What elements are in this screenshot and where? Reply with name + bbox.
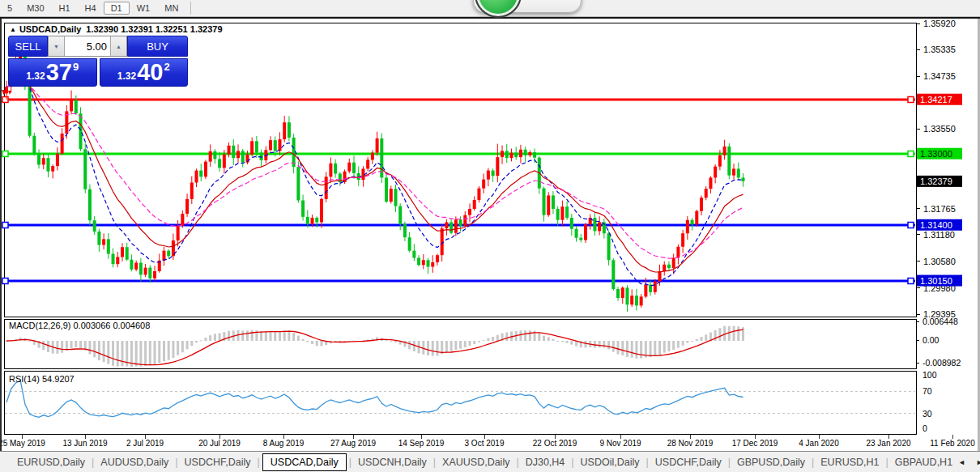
candle-body-up xyxy=(473,200,476,209)
tab-scroll-right-icon[interactable]: ► xyxy=(976,458,980,466)
chart-tab-usdchf-daily[interactable]: USDCHF,Daily xyxy=(650,453,727,471)
candle-body-up xyxy=(686,220,689,234)
candle-body-up xyxy=(144,268,147,275)
timeframe-button-w1[interactable]: W1 xyxy=(130,2,158,15)
candle-body-down xyxy=(398,206,402,224)
candle-body-up xyxy=(177,226,180,240)
chart-tab-usdchf-daily[interactable]: USDCHF,Daily xyxy=(179,453,257,471)
chart-tab-gbpusd-daily[interactable]: GBPUSD,Daily xyxy=(731,453,811,471)
chart-tab-gbpaud-h1[interactable]: GBPAUD,H1 xyxy=(889,453,958,471)
candle-body-down xyxy=(306,217,309,224)
chart-tab-usdcnh-daily[interactable]: USDCNH,Daily xyxy=(352,453,432,471)
chart-tab-eurusd-h1[interactable]: EURUSD,H1 xyxy=(815,453,884,471)
candle-body-up xyxy=(121,247,124,257)
candle-body-down xyxy=(83,149,87,189)
candle-body-up xyxy=(441,228,444,255)
candle-body-up xyxy=(663,265,666,271)
candle-body-down xyxy=(524,150,527,155)
sell-price-main: 37 xyxy=(46,61,72,84)
rsi-panel xyxy=(4,371,916,434)
rsi-axis: 10070300 xyxy=(922,370,937,433)
candle-body-up xyxy=(547,195,550,215)
candle-body-up xyxy=(329,164,332,177)
candle-body-down xyxy=(492,171,495,176)
candle-body-up xyxy=(195,171,198,183)
candle-body-up xyxy=(477,189,480,200)
candle-body-down xyxy=(37,154,40,165)
candle-body-down xyxy=(408,237,411,251)
candle-body-up xyxy=(436,255,439,262)
rsi-axis-label: 100 xyxy=(922,370,937,380)
timeframe-button-m30[interactable]: M30 xyxy=(19,2,51,15)
volume-input[interactable] xyxy=(65,36,110,56)
candle-body-down xyxy=(88,189,92,221)
trading-platform-window: { "toolbar": { "buttons": ["5", "M30", "… xyxy=(0,0,980,472)
candle-body-down xyxy=(417,257,420,265)
candle-body-down xyxy=(28,87,32,136)
candle-body-up xyxy=(723,147,726,155)
rsi-axis-label: 30 xyxy=(922,409,932,419)
timeframe-button-h1[interactable]: H1 xyxy=(52,2,78,15)
candle-body-up xyxy=(732,168,735,175)
macd-axis-label: 0.006448 xyxy=(922,317,958,326)
volume-increase-icon[interactable]: ▲ xyxy=(110,36,126,56)
candle-body-up xyxy=(250,141,254,155)
price-axis-label: 1.30580 xyxy=(923,257,956,266)
tab-separator: | xyxy=(257,457,261,468)
symbol-tab-bar: EURUSD,Daily|AUDUSD,Daily|USDCHF,Daily|U… xyxy=(0,451,980,472)
candle-body-down xyxy=(255,141,258,152)
level-handle xyxy=(2,97,8,103)
chart-tab-eurusd-daily[interactable]: EURUSD,Daily xyxy=(11,453,91,471)
chart-tab-usdoil-daily[interactable]: USDOil,Daily xyxy=(575,453,646,471)
candle-body-up xyxy=(181,214,184,226)
candle-body-up xyxy=(134,263,138,270)
price-axis-label: 1.31765 xyxy=(923,204,956,214)
price-badge-label: 1.30150 xyxy=(920,276,952,286)
level-handle xyxy=(2,151,8,157)
candle-body-down xyxy=(79,113,83,149)
level-handle xyxy=(2,223,8,228)
ohlc-quote-line: 1.32390 1.32391 1.32251 1.32379 xyxy=(86,24,222,34)
buy-button[interactable]: BUY xyxy=(127,36,188,57)
tab-scroll-left-icon[interactable]: ◄ xyxy=(958,458,965,466)
candle-body-down xyxy=(213,151,216,159)
timeframe-button-h4[interactable]: H4 xyxy=(78,2,104,15)
one-click-trading-panel: SELL ▼ ▲ BUY 1.32 37 9 1.32 40 2 xyxy=(8,36,188,87)
buy-price-button[interactable]: 1.32 40 2 xyxy=(100,58,189,87)
timeframe-button-d1[interactable]: D1 xyxy=(104,2,130,15)
date-axis-label: 8 Aug 2019 xyxy=(263,439,305,448)
collapse-triangle-icon[interactable]: ▲ xyxy=(10,26,16,33)
candle-body-down xyxy=(274,140,277,151)
price-axis-label: 1.34735 xyxy=(923,71,956,81)
candle-body-down xyxy=(533,152,536,158)
price-axis-label: 1.33550 xyxy=(923,124,956,134)
candle-body-down xyxy=(667,265,671,268)
date-axis-label: 17 Dec 2019 xyxy=(732,439,778,448)
date-axis-label: 3 Oct 2019 xyxy=(465,439,505,448)
candle-body-down xyxy=(385,177,388,202)
candle-body-up xyxy=(468,209,471,215)
sell-price-prefix: 1.32 xyxy=(26,70,45,82)
chart-tab-audusd-daily[interactable]: AUDUSD,Daily xyxy=(95,453,174,471)
volume-decrease-icon[interactable]: ▼ xyxy=(49,36,65,56)
chart-tab-dj30-h4[interactable]: DJ30,H4 xyxy=(520,453,571,471)
chart-tab-xauusd-daily[interactable]: XAUUSD,Daily xyxy=(437,453,515,471)
macd-axis: 0.0064480.00-0.008982 xyxy=(916,317,961,368)
timeframe-button-5[interactable]: 5 xyxy=(0,2,19,15)
candle-body-up xyxy=(116,257,119,264)
candle-body-up xyxy=(431,262,434,267)
candle-body-up xyxy=(463,215,467,226)
timeframe-button-mn[interactable]: MN xyxy=(157,2,185,15)
candle-body-down xyxy=(514,153,518,158)
candle-body-down xyxy=(611,260,615,289)
date-axis-label: 23 Jan 2020 xyxy=(866,439,910,448)
candle-body-up xyxy=(654,282,657,292)
candle-body-down xyxy=(288,122,291,138)
candle-body-down xyxy=(199,171,202,177)
sell-price-button[interactable]: 1.32 37 9 xyxy=(8,58,97,87)
candle-body-up xyxy=(283,122,286,139)
candle-body-down xyxy=(97,232,100,245)
chart-tab-usdcad-daily[interactable]: USDCAD,Daily xyxy=(262,453,347,471)
sell-button[interactable]: SELL xyxy=(8,36,48,57)
candle-body-up xyxy=(102,239,105,245)
